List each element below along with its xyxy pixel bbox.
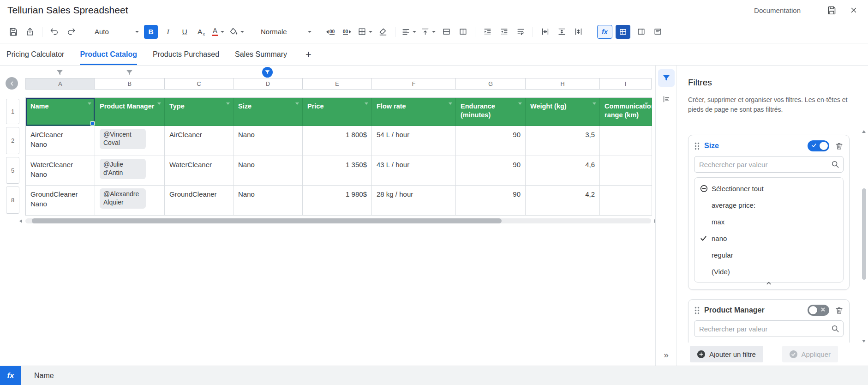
increase-decimal-button[interactable]: 00	[339, 24, 355, 40]
filter-search-input[interactable]	[694, 156, 844, 173]
filter-product-manager-toggle[interactable]	[808, 305, 829, 316]
font-color-button[interactable]: A	[210, 24, 226, 40]
cell-f1[interactable]: Flow rate	[372, 98, 456, 126]
panel-scrollbar[interactable]	[861, 130, 867, 343]
cell-b1[interactable]: Product Manager	[95, 98, 165, 126]
tab-product-catalog[interactable]: Product Catalog	[80, 43, 137, 65]
cell-c5[interactable]: WaterCleaner	[165, 156, 233, 186]
close-button[interactable]	[847, 3, 861, 17]
cell-i1[interactable]: Communication range (km)	[600, 98, 652, 126]
scroll-to-origin-button[interactable]	[6, 77, 18, 90]
data-table-toggle-button[interactable]	[616, 25, 630, 39]
column-b-filter-icon[interactable]	[126, 69, 133, 78]
add-filter-button[interactable]: Ajouter un filtre	[690, 346, 763, 362]
cell-c8[interactable]: GroundCleaner	[165, 186, 233, 216]
cell-b2[interactable]: @Vincent Coval	[95, 126, 165, 156]
fill-color-button[interactable]	[227, 24, 246, 40]
cell-e1[interactable]: Price	[303, 98, 372, 126]
cell-c1[interactable]: Type	[165, 98, 233, 126]
underline-button[interactable]: U	[177, 24, 192, 40]
filter-search-input[interactable]	[694, 320, 844, 337]
cell-a2[interactable]: AirCleaner Nano	[26, 126, 95, 156]
horizontal-scrollbar-thumb[interactable]	[32, 218, 502, 223]
cell-b8[interactable]: @Alexandre Alquier	[95, 186, 165, 216]
column-a-filter-icon[interactable]	[56, 69, 64, 78]
column-d-active-filter-icon[interactable]	[262, 67, 273, 78]
apply-filters-button[interactable]: Appliquer	[782, 346, 838, 362]
autofit-button[interactable]	[570, 24, 586, 40]
vertical-align-button[interactable]	[419, 24, 437, 40]
undo-button[interactable]	[47, 24, 62, 40]
cell-a8[interactable]: GroundCleaner Nano	[26, 186, 95, 216]
cell-a1-selected[interactable]: Name	[26, 98, 95, 126]
borders-button[interactable]	[356, 24, 374, 40]
merge-columns-button[interactable]	[455, 24, 471, 40]
delete-filter-button[interactable]	[835, 306, 844, 315]
scroll-down-icon[interactable]	[862, 340, 866, 343]
cell-e2[interactable]: 1 800$	[303, 126, 372, 156]
cell-d2[interactable]: Nano	[233, 126, 303, 156]
column-header-c[interactable]: C	[164, 78, 233, 90]
reading-view-button[interactable]	[650, 24, 666, 40]
outline-panel-tab[interactable]	[658, 90, 675, 108]
cell-i2[interactable]	[600, 126, 652, 156]
decrease-indent-button[interactable]	[496, 24, 512, 40]
column-header-b[interactable]: B	[95, 78, 165, 90]
cell-h5[interactable]: 4,6	[526, 156, 600, 186]
cell-style-select[interactable]: Normale	[258, 24, 314, 40]
cell-b5[interactable]: @Julie d'Antin	[95, 156, 165, 186]
redo-button[interactable]	[63, 24, 79, 40]
column-header-a[interactable]: A	[25, 78, 95, 90]
collapse-card-button[interactable]	[766, 280, 772, 289]
bold-button[interactable]: B	[144, 25, 158, 39]
scroll-up-icon[interactable]	[862, 130, 866, 133]
column-header-g[interactable]: G	[455, 78, 526, 90]
cell-c2[interactable]: AirCleaner	[165, 126, 233, 156]
increase-indent-button[interactable]	[479, 24, 495, 40]
cell-g2[interactable]: 90	[456, 126, 526, 156]
scroll-left-icon[interactable]	[19, 219, 22, 223]
option-average-price[interactable]: average price:	[694, 197, 843, 213]
cell-i5[interactable]	[600, 156, 652, 186]
cell-f5[interactable]: 43 L / hour	[372, 156, 456, 186]
cell-i8[interactable]	[600, 186, 652, 216]
fill-handle[interactable]	[90, 121, 95, 126]
clear-formatting-button[interactable]: Ax	[193, 24, 209, 40]
merge-rows-button[interactable]	[438, 24, 454, 40]
mention-chip[interactable]: @Julie d'Antin	[100, 159, 146, 179]
filters-panel-tab[interactable]	[658, 69, 675, 87]
cell-e8[interactable]: 1 980$	[303, 186, 372, 216]
column-header-e[interactable]: E	[302, 78, 372, 90]
option-vide[interactable]: (Vide)	[694, 263, 843, 280]
column-header-f[interactable]: F	[371, 78, 456, 90]
tab-pricing-calculator[interactable]: Pricing Calculator	[6, 43, 64, 65]
share-button[interactable]	[22, 24, 38, 40]
sidebar-toggle-button[interactable]	[634, 24, 649, 40]
panel-scrollbar-thumb[interactable]	[862, 188, 866, 280]
option-nano-checked[interactable]: nano	[694, 230, 843, 247]
row-header-5[interactable]: 5	[6, 157, 19, 184]
row-height-button[interactable]	[554, 24, 569, 40]
tab-products-purchased[interactable]: Products Purchased	[153, 43, 219, 65]
column-header-d[interactable]: D	[233, 78, 303, 90]
option-regular[interactable]: regular	[694, 247, 843, 263]
mention-chip[interactable]: @Vincent Coval	[100, 129, 146, 149]
cell-f2[interactable]: 54 L / hour	[372, 126, 456, 156]
cell-a5[interactable]: WaterCleaner Nano	[26, 156, 95, 186]
row-header-8[interactable]: 8	[6, 186, 19, 214]
row-header-1[interactable]: 1	[6, 99, 19, 124]
filter-size-toggle[interactable]	[808, 140, 829, 151]
cell-g1[interactable]: Endurance (minutes)	[456, 98, 526, 126]
add-sheet-button[interactable]: +	[303, 43, 314, 65]
drag-handle-icon[interactable]	[694, 142, 700, 150]
column-header-h[interactable]: H	[525, 78, 600, 90]
cell-d1[interactable]: Size	[233, 98, 303, 126]
option-max[interactable]: max	[694, 213, 843, 230]
cell-e5[interactable]: 1 350$	[303, 156, 372, 186]
horizontal-scrollbar[interactable]	[25, 218, 651, 223]
row-header-2[interactable]: 2	[6, 127, 19, 154]
delete-filter-button[interactable]	[835, 142, 844, 150]
cell-h1[interactable]: Weight (kg)	[526, 98, 600, 126]
font-size-select[interactable]: Auto	[92, 24, 142, 40]
horizontal-align-button[interactable]	[400, 24, 418, 40]
